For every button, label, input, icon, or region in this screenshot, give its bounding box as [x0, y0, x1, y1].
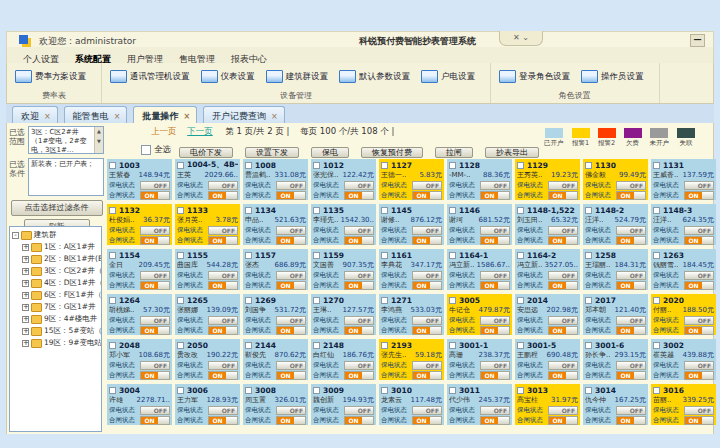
- power-protect-toggle-off[interactable]: OFF: [616, 361, 646, 370]
- selected-range-box[interactable]: 3区：C区2#井（1#变电，2#变电，3区1#… ▲ ▼: [28, 126, 104, 154]
- expand-icon[interactable]: +: [22, 292, 29, 299]
- power-protect-toggle-off[interactable]: OFF: [480, 271, 510, 280]
- power-protect-toggle-off[interactable]: OFF: [616, 316, 646, 325]
- collapse-expander-icon[interactable]: -: [12, 232, 19, 239]
- power-protect-toggle-off[interactable]: OFF: [140, 181, 170, 190]
- tab-close-icon[interactable]: ×: [183, 112, 190, 121]
- power-protect-toggle-off[interactable]: OFF: [344, 181, 374, 190]
- power-protect-toggle-off[interactable]: OFF: [412, 226, 442, 235]
- switch-toggle-on[interactable]: ON: [276, 371, 306, 380]
- tree-item-7[interactable]: +9区：4#楼电井（4#…: [12, 313, 101, 325]
- meter-card[interactable]: 1008曹温鹤..331.08元保电状态OFF合闸状态ON: [243, 159, 308, 200]
- switch-toggle-on[interactable]: ON: [208, 326, 238, 335]
- switch-toggle-on[interactable]: ON: [208, 371, 238, 380]
- power-protect-toggle-off[interactable]: OFF: [140, 226, 170, 235]
- switch-toggle-on[interactable]: ON: [140, 191, 170, 200]
- card-checkbox[interactable]: [313, 297, 320, 304]
- tree-item-6[interactable]: +7区：G区1#井: [12, 301, 101, 313]
- power-protect-toggle-off[interactable]: OFF: [276, 316, 306, 325]
- switch-toggle-on[interactable]: ON: [344, 191, 374, 200]
- card-checkbox[interactable]: [109, 252, 116, 259]
- power-protect-toggle-off[interactable]: OFF: [548, 181, 578, 190]
- card-checkbox[interactable]: [449, 162, 456, 169]
- meter-card[interactable]: 3013高宝柱31.97元保电状态OFF合闸状态ON: [515, 384, 580, 425]
- switch-toggle-on[interactable]: ON: [480, 326, 510, 335]
- meter-card[interactable]: 1128-MM-..88.36元保电状态OFF合闸状态ON: [447, 159, 512, 200]
- select-all-checkbox[interactable]: [141, 145, 151, 155]
- tab-4[interactable]: 开户记费查询×: [203, 106, 285, 124]
- card-checkbox[interactable]: [245, 387, 252, 394]
- expand-icon[interactable]: +: [22, 304, 29, 311]
- next-page-link[interactable]: 下一页: [187, 126, 213, 136]
- switch-toggle-on[interactable]: ON: [140, 416, 170, 425]
- switch-toggle-on[interactable]: ON: [140, 326, 170, 335]
- switch-toggle-on[interactable]: ON: [684, 326, 714, 335]
- card-checkbox[interactable]: [245, 342, 252, 349]
- expand-icon[interactable]: +: [22, 340, 29, 347]
- meter-card[interactable]: 2144靳俊先870.62元保电状态OFF合闸状态ON: [243, 339, 308, 380]
- toolbar-button-5[interactable]: 拉闸: [435, 147, 473, 158]
- card-checkbox[interactable]: [177, 252, 184, 259]
- switch-toggle-on[interactable]: ON: [208, 416, 238, 425]
- meter-card[interactable]: 3009魏创新194.93元保电状态OFF合闸状态ON: [311, 384, 376, 425]
- meter-card[interactable]: 1164-1冯立新..1586.67..保电状态OFF合闸状态ON: [447, 249, 512, 290]
- switch-toggle-on[interactable]: ON: [480, 236, 510, 245]
- card-checkbox[interactable]: [313, 162, 320, 169]
- card-checkbox[interactable]: [245, 207, 252, 214]
- power-protect-toggle-off[interactable]: OFF: [344, 361, 374, 370]
- meter-card[interactable]: 3014仇今仲167.25元保电状态OFF合闸状态ON: [583, 384, 648, 425]
- card-checkbox[interactable]: [109, 297, 116, 304]
- power-protect-toggle-off[interactable]: OFF: [208, 271, 238, 280]
- prev-page-link[interactable]: 上一页: [151, 126, 177, 136]
- card-checkbox[interactable]: [381, 252, 388, 259]
- card-checkbox[interactable]: [177, 387, 184, 394]
- power-protect-toggle-off[interactable]: OFF: [412, 406, 442, 415]
- meter-card[interactable]: 1159文国善907.35元保电状态OFF合闸状态ON: [311, 249, 376, 290]
- meter-card[interactable]: 3001-5王鹏程690.48元保电状态OFF合闸状态ON: [515, 339, 580, 380]
- switch-toggle-on[interactable]: ON: [276, 281, 306, 290]
- card-checkbox[interactable]: [585, 252, 592, 259]
- card-checkbox[interactable]: [109, 342, 116, 349]
- expand-icon[interactable]: +: [22, 316, 29, 323]
- power-protect-toggle-off[interactable]: OFF: [344, 316, 374, 325]
- switch-toggle-on[interactable]: ON: [684, 191, 714, 200]
- ribbon-button[interactable]: 登录角色设置: [499, 70, 570, 83]
- meter-card[interactable]: 3006王力军128.93元保电状态OFF合闸状态ON: [175, 384, 240, 425]
- meter-card[interactable]: 1146谢珂681.52元保电状态OFF合闸状态ON: [447, 204, 512, 245]
- switch-toggle-on[interactable]: ON: [208, 191, 238, 200]
- power-protect-toggle-off[interactable]: OFF: [480, 181, 510, 190]
- power-protect-toggle-off[interactable]: OFF: [344, 226, 374, 235]
- meter-card[interactable]: 1131王威香..137.59元保电状态OFF合闸状态ON: [651, 159, 716, 200]
- tree-root[interactable]: -建筑群: [12, 229, 101, 241]
- power-protect-toggle-off[interactable]: OFF: [276, 361, 306, 370]
- power-protect-toggle-off[interactable]: OFF: [548, 271, 578, 280]
- card-checkbox[interactable]: [109, 162, 116, 169]
- card-checkbox[interactable]: [245, 297, 252, 304]
- power-protect-toggle-off[interactable]: OFF: [548, 406, 578, 415]
- ribbon-button[interactable]: 仪表设置: [201, 70, 255, 83]
- tree-item-2[interactable]: +2区：B区1#井(B区1…: [12, 253, 101, 265]
- expand-icon[interactable]: +: [22, 256, 29, 263]
- power-protect-toggle-off[interactable]: OFF: [480, 361, 510, 370]
- switch-toggle-on[interactable]: ON: [616, 416, 646, 425]
- switch-toggle-on[interactable]: ON: [480, 281, 510, 290]
- card-checkbox[interactable]: [653, 342, 660, 349]
- switch-toggle-on[interactable]: ON: [412, 281, 442, 290]
- card-checkbox[interactable]: [653, 207, 660, 214]
- switch-toggle-on[interactable]: ON: [548, 191, 578, 200]
- switch-toggle-on[interactable]: ON: [480, 371, 510, 380]
- switch-toggle-on[interactable]: ON: [616, 281, 646, 290]
- power-protect-toggle-off[interactable]: OFF: [684, 226, 714, 235]
- switch-toggle-on[interactable]: ON: [412, 371, 442, 380]
- card-checkbox[interactable]: [517, 162, 524, 169]
- switch-toggle-on[interactable]: ON: [616, 371, 646, 380]
- meter-card[interactable]: 3008周玉置326.01元保电状态OFF合闸状态ON: [243, 384, 308, 425]
- switch-toggle-on[interactable]: ON: [684, 416, 714, 425]
- power-protect-toggle-off[interactable]: OFF: [208, 406, 238, 415]
- ribbon-button[interactable]: 费率方案设置: [15, 70, 86, 83]
- meter-card[interactable]: 2014安思远202.98元保电状态OFF合闸状态ON: [515, 294, 580, 335]
- switch-toggle-on[interactable]: ON: [684, 371, 714, 380]
- card-checkbox[interactable]: [653, 162, 660, 169]
- tree-item-8[interactable]: +15区：5#变站（3#…: [12, 325, 101, 337]
- tree-item-5[interactable]: +6区：F区1#井（F区…: [12, 289, 101, 301]
